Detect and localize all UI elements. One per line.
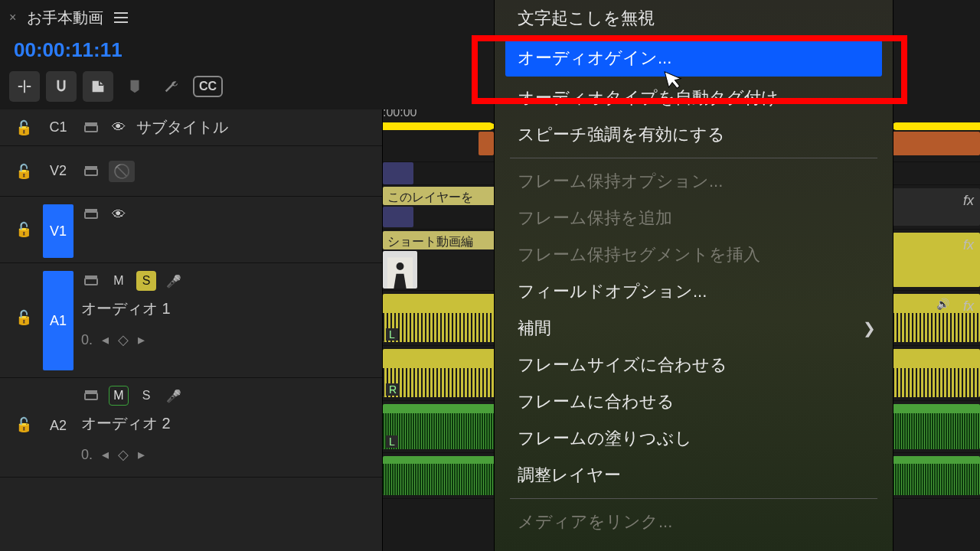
track-label: オーディオ 1: [81, 298, 184, 319]
marker-button[interactable]: [119, 71, 150, 102]
menu-item[interactable]: フィールドオプション...: [495, 273, 893, 310]
lock-icon[interactable]: [15, 163, 32, 180]
clip-thumbnail[interactable]: [383, 207, 413, 227]
speaker-icon: [936, 297, 949, 311]
menu-item[interactable]: フレームに合わせる: [495, 383, 893, 420]
menu-item[interactable]: スピーチ強調を有効にする: [495, 116, 893, 153]
insert-mode-button[interactable]: [9, 71, 40, 102]
keyframe-controls[interactable]: 0.◂◇▸: [81, 327, 184, 348]
voiceover-icon[interactable]: [164, 386, 184, 406]
track-headers-panel: C1 サブタイトル V2 V1 A1 M: [0, 109, 383, 551]
menu-item[interactable]: フレームの塗りつぶし: [495, 420, 893, 457]
mute-button[interactable]: M: [109, 386, 129, 406]
lock-icon[interactable]: [15, 416, 32, 433]
svg-rect-0: [85, 126, 97, 132]
audio-clip[interactable]: L: [383, 294, 498, 342]
audio-clip[interactable]: fx: [893, 294, 980, 342]
captions-button[interactable]: CC: [193, 76, 223, 97]
track-id[interactable]: V2: [43, 163, 74, 179]
menu-item: メディアをリンク...: [495, 504, 893, 540]
toggle-track-output[interactable]: [109, 161, 135, 182]
sync-lock-icon[interactable]: [81, 204, 101, 224]
lock-icon[interactable]: [15, 119, 32, 136]
clip-thumbnail[interactable]: [383, 162, 413, 184]
video-clip[interactable]: fx: [893, 233, 980, 287]
voiceover-icon[interactable]: [164, 271, 184, 291]
mute-button[interactable]: M: [109, 271, 129, 291]
fx-icon: fx: [963, 298, 974, 315]
menu-item: フレーム保持オプション...: [495, 163, 893, 200]
svg-rect-1: [85, 122, 97, 125]
sequence-name: お手本動画: [27, 8, 103, 28]
track-v1[interactable]: V1: [0, 197, 382, 263]
lock-icon[interactable]: [15, 309, 32, 326]
audio-clip[interactable]: [893, 349, 980, 397]
video-clip[interactable]: このレイヤーを: [383, 187, 498, 205]
sync-lock-icon[interactable]: [81, 386, 101, 406]
fx-icon: fx: [963, 237, 974, 253]
snap-button[interactable]: [46, 71, 77, 102]
svg-rect-5: [85, 209, 97, 211]
chevron-right-icon: ❯: [863, 319, 876, 337]
solo-button[interactable]: S: [136, 386, 156, 406]
track-id[interactable]: A2: [43, 418, 74, 434]
svg-rect-9: [85, 390, 97, 393]
solo-button[interactable]: S: [136, 271, 156, 291]
svg-rect-6: [85, 279, 97, 285]
sync-lock-icon[interactable]: [81, 118, 101, 138]
panel-menu-icon[interactable]: [114, 12, 128, 23]
video-clip[interactable]: fx: [893, 188, 980, 226]
caption-clip[interactable]: [479, 132, 494, 155]
track-v2[interactable]: V2: [0, 146, 382, 197]
menu-item: フレーム保持を追加: [495, 200, 893, 236]
track-c1[interactable]: C1 サブタイトル: [0, 109, 382, 146]
svg-rect-7: [85, 276, 97, 278]
menu-item[interactable]: 文字起こしを無視: [495, 0, 893, 37]
track-label: サブタイトル: [136, 117, 228, 138]
eye-icon[interactable]: [109, 118, 129, 138]
eye-icon[interactable]: [109, 204, 129, 224]
context-menu[interactable]: 文字起こしを無視オーディオゲイン...オーディオタイプを自動タグ付けスピーチ強調…: [495, 0, 893, 551]
keyframe-controls[interactable]: 0.◂◇▸: [81, 442, 184, 463]
audio-clip[interactable]: L: [383, 404, 498, 449]
ruler-tick: :00:00: [383, 109, 416, 119]
svg-point-11: [397, 262, 404, 270]
audio-clip[interactable]: [893, 456, 980, 495]
svg-rect-2: [85, 169, 97, 175]
sync-lock-icon[interactable]: [81, 271, 101, 291]
sync-lock-icon[interactable]: [81, 161, 101, 181]
caption-clip[interactable]: [892, 132, 980, 155]
svg-rect-3: [85, 166, 97, 168]
track-id[interactable]: V1: [43, 204, 74, 258]
menu-separator: [510, 498, 877, 499]
video-clip[interactable]: ショート動画編: [383, 231, 498, 249]
menu-item[interactable]: フレームサイズに合わせる: [495, 347, 893, 383]
track-label: オーディオ 2: [81, 413, 184, 434]
audio-clip[interactable]: [893, 404, 980, 449]
svg-rect-8: [85, 393, 97, 399]
track-a1[interactable]: A1 M S オーディオ 1 0.◂◇▸: [0, 263, 382, 378]
menu-item[interactable]: オフラインにする...: [495, 540, 893, 551]
menu-separator: [510, 158, 877, 158]
audio-clip[interactable]: R: [383, 349, 498, 397]
track-a2[interactable]: A2 M S オーディオ 2 0.◂◇▸: [0, 378, 382, 478]
track-id[interactable]: C1: [43, 119, 74, 135]
lock-icon[interactable]: [15, 221, 32, 238]
menu-item: フレーム保持セグメントを挿入: [495, 236, 893, 273]
fx-icon: fx: [963, 193, 974, 209]
menu-item[interactable]: オーディオタイプを自動タグ付け: [495, 80, 893, 116]
track-id[interactable]: A1: [43, 271, 74, 370]
linked-selection-button[interactable]: [83, 71, 113, 102]
menu-item[interactable]: 調整レイヤー: [495, 457, 893, 494]
settings-wrench-button[interactable]: [156, 71, 187, 102]
menu-item[interactable]: 補間❯: [495, 310, 893, 347]
audio-clip[interactable]: [383, 456, 498, 495]
menu-item[interactable]: オーディオゲイン...: [505, 40, 882, 77]
svg-rect-4: [85, 212, 97, 218]
clip-thumbnail: [383, 251, 417, 289]
